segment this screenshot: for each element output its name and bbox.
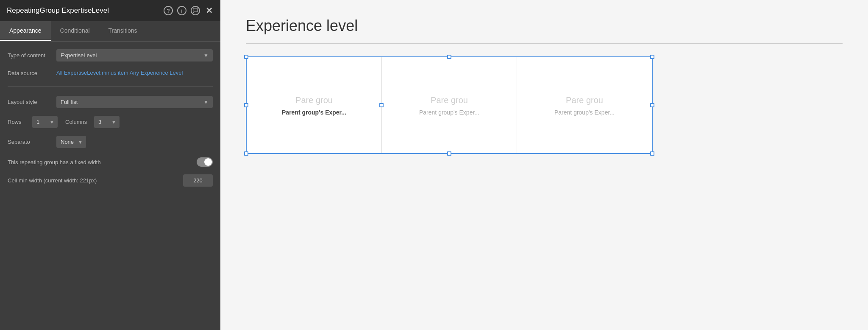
help-icon[interactable]: ? — [164, 6, 173, 15]
header-icons: ? i ✕ — [164, 6, 214, 15]
separator-select[interactable]: None — [56, 136, 86, 148]
panel-header: RepeatingGroup ExpertiseLevel ? i ✕ — [0, 0, 220, 21]
tabs-bar: Appearance Conditional Transitions — [0, 21, 220, 42]
panel-content: Type of content ExpertiseLevel ▼ Data so… — [0, 42, 220, 330]
data-source-row: Data source All ExpertiseLevel:minus ite… — [8, 69, 213, 77]
chat-icon[interactable] — [191, 6, 200, 15]
canvas-divider — [246, 43, 843, 44]
layout-style-row: Layout style Full list ▼ — [8, 96, 213, 108]
rows-select-wrapper: 1 ▼ — [32, 116, 58, 128]
columns-label: Columns — [65, 119, 91, 125]
rg-cell-2-bottom: Parent group's Exper... — [419, 109, 479, 116]
info-icon[interactable]: i — [177, 6, 186, 15]
rg-cell-1[interactable]: Pare grou Parent group's Exper... — [247, 57, 382, 153]
layout-style-select[interactable]: Full list — [56, 96, 213, 108]
close-icon[interactable]: ✕ — [204, 6, 214, 15]
fixed-width-toggle[interactable] — [197, 157, 213, 167]
rows-select[interactable]: 1 — [32, 116, 58, 128]
rg-cell-1-bottom: Parent group's Exper... — [282, 109, 346, 116]
columns-select[interactable]: 3 — [94, 116, 120, 128]
layout-style-label: Layout style — [8, 99, 52, 105]
left-panel: RepeatingGroup ExpertiseLevel ? i ✕ Appe… — [0, 0, 220, 330]
cell-handle-2[interactable] — [379, 103, 384, 107]
right-canvas: Experience level Pare grou Parent group'… — [220, 0, 868, 330]
tab-appearance[interactable]: Appearance — [0, 21, 51, 41]
cell-min-label: Cell min width (current width: 221px) — [8, 177, 97, 184]
tab-conditional[interactable]: Conditional — [51, 21, 99, 41]
separator-select-wrapper: None ▼ — [56, 136, 86, 148]
tab-transitions[interactable]: Transitions — [99, 21, 147, 41]
repeating-group[interactable]: Pare grou Parent group's Exper... Pare g… — [246, 56, 653, 154]
data-source-label: Data source — [8, 70, 52, 76]
rg-cell-2-top: Pare grou — [431, 95, 468, 106]
type-of-content-row: Type of content ExpertiseLevel ▼ — [8, 49, 213, 62]
separator-row: Separato None ▼ — [8, 136, 213, 148]
rows-label: Rows — [8, 119, 29, 125]
rg-cell-3-bottom: Parent group's Exper... — [554, 109, 615, 116]
cell-handle-1[interactable] — [244, 103, 248, 107]
rg-cell-3[interactable]: Pare grou Parent group's Exper... — [517, 57, 652, 153]
separator-label: Separato — [8, 139, 52, 145]
data-source-value[interactable]: All ExpertiseLevel:minus item Any Experi… — [56, 69, 183, 77]
rows-cols-row: Rows 1 ▼ Columns 3 ▼ — [8, 116, 213, 128]
cell-min-row: Cell min width (current width: 221px) — [8, 174, 213, 187]
type-of-content-select-wrapper: ExpertiseLevel ▼ — [56, 49, 213, 62]
rg-cell-2[interactable]: Pare grou Parent group's Exper... — [382, 57, 517, 153]
type-of-content-select[interactable]: ExpertiseLevel — [56, 49, 213, 62]
rg-cell-1-top: Pare grou — [295, 95, 333, 106]
cell-min-input[interactable] — [183, 174, 213, 187]
fixed-width-row: This repeating group has a fixed width — [8, 157, 213, 167]
columns-select-wrapper: 3 ▼ — [94, 116, 120, 128]
fixed-width-label: This repeating group has a fixed width — [8, 159, 101, 165]
panel-title: RepeatingGroup ExpertiseLevel — [7, 6, 159, 15]
divider-1 — [8, 86, 213, 87]
layout-style-select-wrapper: Full list ▼ — [56, 96, 213, 108]
canvas-title: Experience level — [246, 17, 843, 35]
type-of-content-label: Type of content — [8, 52, 52, 59]
rg-cell-3-top: Pare grou — [566, 95, 603, 106]
